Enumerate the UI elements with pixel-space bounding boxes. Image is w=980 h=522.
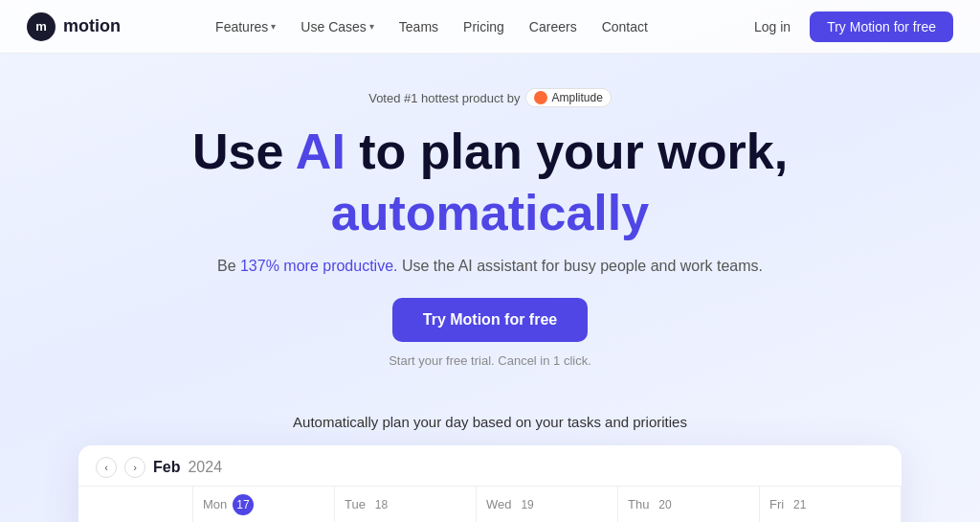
logo-text: motion [63,16,121,36]
try-motion-cta-button[interactable]: Try Motion for free [392,298,588,342]
calendar-year: 2024 [188,459,222,476]
calendar-widget: ‹ › Feb 2024 Mon 17 Tue 18 Wed 19 Thu 2 [78,445,902,522]
calendar-caption: Automatically plan your day based on you… [19,414,961,430]
login-button[interactable]: Log in [743,13,802,40]
nav-use-cases[interactable]: Use Cases ▾ [291,13,383,40]
nav-links: Features ▾ Use Cases ▾ Teams Pricing Car… [206,13,657,40]
voted-badge: Voted #1 hottest product by Amplitude [368,88,612,107]
calendar-month: Feb [153,459,180,476]
calendar-row-label-header [78,487,193,522]
nav-teams[interactable]: Teams [390,13,448,40]
calendar-day-mon: Mon 17 [193,487,335,522]
hero-title: Use AI to plan your work, [19,125,961,179]
nav-features[interactable]: Features ▾ [206,13,285,40]
calendar-next-button[interactable]: › [124,457,145,478]
amplitude-badge: Amplitude [525,88,611,107]
try-motion-nav-button[interactable]: Try Motion for free [810,11,953,42]
calendar-day-thu: Thu 20 [618,487,760,522]
chevron-down-icon: ▾ [271,21,276,32]
hero-description: Be 137% more productive. Use the AI assi… [19,258,961,275]
calendar-day-fri: Fri 21 [760,487,902,522]
calendar-prev-button[interactable]: ‹ [96,457,117,478]
nav-actions: Log in Try Motion for free [743,11,953,42]
chevron-down-icon: ▾ [369,21,374,32]
amplitude-logo-icon [534,91,547,104]
trial-note: Start your free trial. Cancel in 1 click… [19,353,961,368]
calendar-day-wed: Wed 19 [477,487,618,522]
logo-icon: m [27,12,56,41]
calendar-day-tue: Tue 18 [335,487,477,522]
calendar-section: Automatically plan your day based on you… [0,406,980,522]
hero-subtitle: automatically [19,185,961,242]
hero-section: Voted #1 hottest product by Amplitude Us… [0,54,980,406]
nav-careers[interactable]: Careers [520,13,587,40]
calendar-header: ‹ › Feb 2024 [78,445,902,486]
navbar: m motion Features ▾ Use Cases ▾ Teams Pr… [0,0,980,54]
logo[interactable]: m motion [27,12,121,41]
nav-pricing[interactable]: Pricing [454,13,514,40]
nav-contact[interactable]: Contact [592,13,657,40]
calendar-grid: Mon 17 Tue 18 Wed 19 Thu 20 Fri 21 ··· [78,486,902,522]
